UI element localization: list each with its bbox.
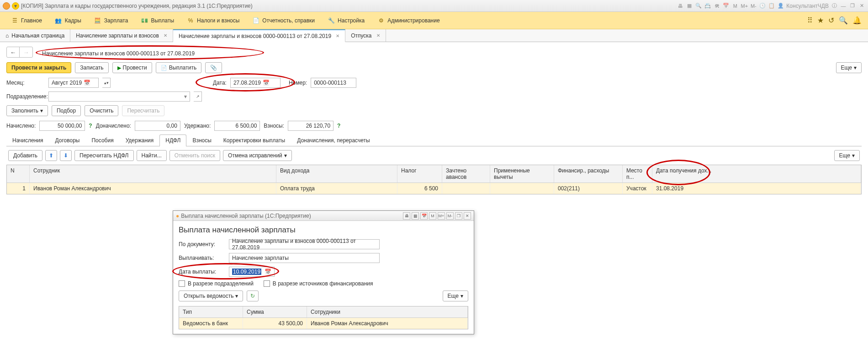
move-down-button[interactable]: ⬇ bbox=[60, 150, 72, 161]
m-plus-icon[interactable]: M+ bbox=[438, 212, 445, 220]
restore-icon[interactable]: ❐ bbox=[455, 212, 462, 220]
by-dept-checkbox[interactable] bbox=[179, 280, 185, 287]
m-minus-icon[interactable]: M- bbox=[446, 212, 454, 220]
save-button[interactable]: Записать bbox=[75, 62, 108, 73]
menu-settings[interactable]: 🔧Настройка bbox=[321, 13, 371, 28]
restore-icon[interactable]: ❐ bbox=[849, 2, 856, 10]
post-button[interactable]: ▶Провести bbox=[112, 62, 152, 73]
info-icon[interactable]: ⓘ bbox=[831, 2, 838, 10]
chevron-down-icon[interactable]: ▾ bbox=[182, 93, 187, 100]
calendar-icon[interactable]: 📅 bbox=[261, 80, 270, 86]
apps-icon[interactable]: ⠿ bbox=[807, 16, 813, 25]
addaccrued-input[interactable]: 0,00 bbox=[135, 121, 180, 131]
grid-more-button[interactable]: Еще ▾ bbox=[834, 150, 860, 161]
nav-back-button[interactable]: ← bbox=[7, 47, 20, 57]
menu-main[interactable]: ☰Главное bbox=[5, 13, 48, 28]
star-icon[interactable]: ★ bbox=[817, 16, 824, 25]
m-plus-icon[interactable]: M+ bbox=[741, 2, 748, 10]
m-icon[interactable]: M bbox=[429, 212, 436, 220]
calendar-icon[interactable]: 📅 bbox=[420, 212, 428, 220]
find-button[interactable]: Найти... bbox=[137, 150, 167, 161]
by-doc-input[interactable]: Начисление зарплаты и взносов 0000-00011… bbox=[229, 239, 380, 249]
col-place[interactable]: Место п... bbox=[623, 165, 652, 183]
dept-open-button[interactable]: ↗ bbox=[194, 91, 202, 102]
open-sheet-button[interactable]: Открыть ведомость ▾ bbox=[179, 290, 243, 301]
print-icon[interactable]: 🖶 bbox=[403, 212, 410, 220]
col-finance[interactable]: Финансир., расходы bbox=[554, 165, 623, 183]
minimize-icon[interactable]: — bbox=[840, 2, 847, 10]
col-tax[interactable]: Налог bbox=[397, 165, 442, 183]
month-input[interactable]: Август 2019📅 bbox=[48, 78, 99, 88]
mcol-type[interactable]: Тип bbox=[179, 306, 243, 317]
modal-more-button[interactable]: Еще ▾ bbox=[443, 290, 468, 301]
tab-current-doc[interactable]: Начисление зарплаты и взносов 0000-00011… bbox=[173, 29, 345, 42]
by-source-checkbox[interactable] bbox=[264, 280, 270, 287]
table-row[interactable]: Ведомость в банк 43 500,00 Иванов Роман … bbox=[179, 318, 468, 329]
grid-icon[interactable]: ▦ bbox=[412, 212, 419, 220]
cancel-fix-button[interactable]: Отмена исправлений ▾ bbox=[223, 150, 292, 161]
fill-button[interactable]: Заполнить ▾ bbox=[6, 105, 48, 116]
menu-staff[interactable]: 👥Кадры bbox=[48, 13, 88, 28]
add-button[interactable]: Добавить bbox=[8, 150, 42, 161]
subtab-ndfl[interactable]: НДФЛ bbox=[159, 134, 186, 146]
mcol-emp[interactable]: Сотрудники bbox=[307, 306, 468, 317]
subtab-contrib[interactable]: Взносы bbox=[186, 134, 217, 146]
menu-salary[interactable]: 🧮Зарплата bbox=[88, 13, 135, 28]
accrued-input[interactable]: 50 000,00 bbox=[39, 121, 85, 131]
refresh-button[interactable]: ↻ bbox=[247, 290, 259, 301]
col-income-date[interactable]: Дата получения дох... bbox=[652, 165, 861, 183]
table-row[interactable]: 1 Иванов Роман Александрович Оплата труд… bbox=[7, 183, 861, 194]
history-icon[interactable]: ↺ bbox=[828, 16, 834, 25]
m-icon[interactable]: M bbox=[731, 2, 739, 10]
subtab-benefits[interactable]: Пособия bbox=[85, 134, 119, 146]
menu-payments[interactable]: 💵Выплаты bbox=[134, 13, 180, 28]
post-close-button[interactable]: Провести и закрыть bbox=[6, 62, 71, 73]
search-icon[interactable]: 🔍 bbox=[839, 16, 848, 25]
col-advance[interactable]: Зачтено авансов bbox=[442, 165, 490, 183]
help-icon[interactable]: ? bbox=[89, 123, 92, 129]
recalc-ndfl-button[interactable]: Пересчитать НДФЛ bbox=[74, 150, 133, 161]
attach-button[interactable]: 📎 bbox=[205, 62, 222, 73]
tab-accruals[interactable]: Начисление зарплаты и взносов ✕ bbox=[70, 29, 173, 42]
menu-taxes[interactable]: %Налоги и взносы bbox=[180, 13, 246, 28]
calc-icon[interactable]: 📇 bbox=[704, 2, 711, 10]
subtab-withholdings[interactable]: Удержания bbox=[120, 134, 160, 146]
tab-home[interactable]: ⌂ Начальная страница bbox=[0, 29, 70, 42]
close-icon[interactable]: ✕ bbox=[336, 33, 339, 38]
tab-vacations[interactable]: Отпуска ✕ bbox=[345, 29, 386, 42]
close-icon[interactable]: ✕ bbox=[858, 2, 865, 10]
m-minus-icon[interactable]: M- bbox=[750, 2, 757, 10]
close-icon[interactable]: ✕ bbox=[164, 33, 167, 38]
calendar-icon[interactable]: 📅 bbox=[82, 80, 90, 86]
clock-icon[interactable]: 🕓 bbox=[759, 2, 766, 10]
menu-admin[interactable]: ⚙Администрирование bbox=[371, 13, 446, 28]
subtab-contracts[interactable]: Договоры bbox=[49, 134, 86, 146]
help-icon[interactable]: ? bbox=[337, 123, 340, 129]
close-icon[interactable]: ✕ bbox=[464, 212, 471, 220]
month-spinner[interactable]: ▴▾ bbox=[102, 78, 111, 88]
print-icon[interactable]: 🖶 bbox=[677, 2, 684, 10]
calendar-icon[interactable]: 📅 bbox=[722, 2, 730, 10]
move-up-button[interactable]: ⬆ bbox=[45, 150, 57, 161]
dept-input[interactable]: ▾ bbox=[48, 91, 190, 102]
col-n[interactable]: N bbox=[7, 165, 30, 183]
date-input[interactable]: 27.08.2019📅 bbox=[230, 78, 281, 88]
mcol-sum[interactable]: Сумма bbox=[243, 306, 307, 317]
withheld-input[interactable]: 6 500,00 bbox=[214, 121, 260, 131]
bell-icon[interactable]: 🔔 bbox=[852, 16, 862, 25]
pick-button[interactable]: Подбор bbox=[52, 105, 81, 116]
pay-date-input[interactable]: 10.09.2019 📅 bbox=[229, 267, 275, 277]
menu-reports[interactable]: 📄Отчетность, справки bbox=[246, 13, 321, 28]
search-icon[interactable]: 🔍 bbox=[695, 2, 702, 10]
grid-icon[interactable]: ▦ bbox=[686, 2, 693, 10]
col-income-type[interactable]: Вид дохода bbox=[276, 165, 397, 183]
contrib-input[interactable]: 26 120,70 bbox=[288, 121, 333, 131]
col-deductions[interactable]: Примененные вычеты bbox=[490, 165, 554, 183]
more-button[interactable]: Еще ▾ bbox=[836, 62, 862, 73]
tools-icon[interactable]: 🛠 bbox=[713, 2, 720, 10]
clear-button[interactable]: Очистить bbox=[85, 105, 118, 116]
clipboard-icon[interactable]: 📋 bbox=[768, 2, 775, 10]
close-icon[interactable]: ✕ bbox=[376, 33, 380, 38]
pay-button[interactable]: 📄Выплатить bbox=[156, 62, 202, 73]
subtab-corrections[interactable]: Корректировки выплаты bbox=[217, 134, 291, 146]
